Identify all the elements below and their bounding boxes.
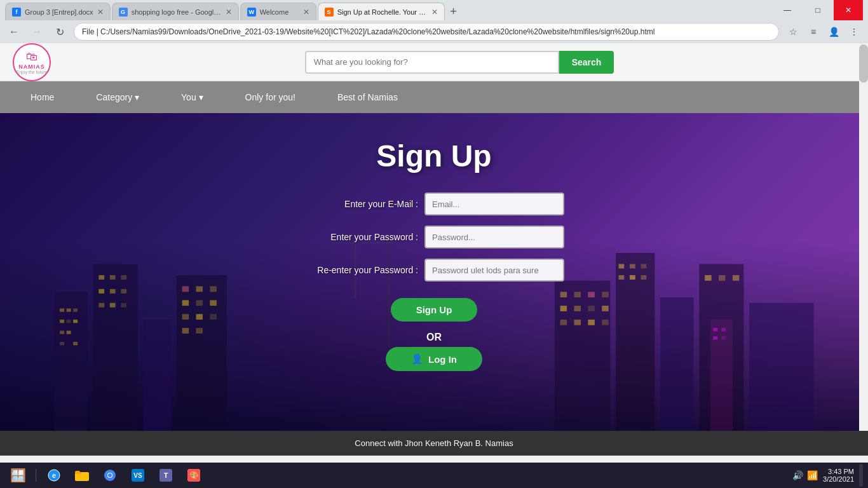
bookmark-button[interactable]: ☆: [784, 23, 802, 41]
account-button[interactable]: 👤: [825, 23, 843, 41]
browser-tab-tab4[interactable]: S Sign Up at Rochelle. Your own sh... ✕: [318, 3, 445, 20]
repassword-label: Re-enter your Password :: [304, 265, 418, 275]
nav-only-for-you[interactable]: Only for you!: [227, 87, 313, 107]
speaker-icon[interactable]: 🔊: [792, 470, 803, 480]
close-button[interactable]: ✕: [834, 0, 863, 20]
repassword-input[interactable]: [424, 259, 564, 281]
paint-taskbar-icon[interactable]: 🎨: [181, 464, 207, 487]
site-main: Sign Up Enter your E-Mail : Enter your P…: [0, 113, 868, 431]
browser-address-bar: ← → ↻ ☆ ≡ 👤 ⋮: [0, 20, 868, 43]
window-controls: — □ ✕: [773, 0, 863, 20]
tab-search-button[interactable]: ≡: [804, 23, 822, 41]
folder-taskbar-icon[interactable]: [69, 464, 95, 487]
nav-you[interactable]: You ▾: [163, 87, 221, 107]
email-label: Enter your E-Mail :: [304, 199, 418, 209]
taskbar-separator: [36, 469, 36, 482]
password-input[interactable]: [424, 226, 564, 248]
svg-rect-72: [75, 471, 80, 474]
maximize-button[interactable]: □: [803, 0, 832, 20]
browser-tab-tab2[interactable]: G shopping logo free - Google Sea... ✕: [112, 3, 239, 20]
password-row: Enter your Password :: [304, 226, 564, 248]
browser-title-bar: f Group 3 [Entrep].docx ✕ G shopping log…: [0, 0, 868, 20]
address-icons: ☆ ≡ 👤 ⋮: [784, 23, 863, 41]
password-label: Enter your Password :: [304, 232, 418, 242]
signup-form-container: Sign Up Enter your E-Mail : Enter your P…: [13, 139, 855, 371]
login-button[interactable]: 👤 Log In: [386, 347, 482, 371]
nav-category[interactable]: Category ▾: [78, 87, 157, 107]
svg-text:VS: VS: [133, 472, 142, 479]
scrollbar-track[interactable]: [859, 43, 868, 463]
site-header: 🛍 NAMIAS Enjoy the future Search: [0, 43, 868, 81]
svg-text:T: T: [164, 471, 168, 479]
search-input[interactable]: [305, 51, 559, 74]
logo-icon: 🛍: [26, 50, 37, 64]
taskbar: 🪟 e VS T 🎨 🔊 📶 3:43 PM 3/20/2021: [0, 463, 868, 488]
system-tray: 🔊 📶: [792, 470, 818, 480]
logo-area: 🛍 NAMIAS Enjoy the future: [13, 43, 51, 81]
svg-text:🎨: 🎨: [189, 470, 199, 480]
back-button[interactable]: ←: [5, 23, 23, 41]
repassword-row: Re-enter your Password :: [304, 259, 564, 281]
search-button[interactable]: Search: [559, 51, 614, 74]
logo-tagline: Enjoy the future: [16, 70, 47, 74]
person-icon: 👤: [411, 353, 423, 365]
address-input[interactable]: [74, 23, 779, 41]
email-row: Enter your E-Mail :: [304, 193, 564, 215]
browser-tab-tab1[interactable]: f Group 3 [Entrep].docx ✕: [5, 3, 111, 20]
new-tab-button[interactable]: +: [445, 3, 463, 20]
signup-button[interactable]: Sign Up: [391, 298, 478, 322]
site-navigation: Home Category ▾ You ▾ Only for you! Best…: [0, 81, 868, 113]
svg-text:e: e: [52, 471, 56, 479]
site-footer: Connect with Jhon Keneth Ryan B. Namias: [0, 431, 868, 456]
taskbar-time: 3:43 PM: [828, 468, 854, 475]
search-area: Search: [64, 51, 855, 74]
svg-point-75: [108, 473, 112, 477]
website-content: 🛍 NAMIAS Enjoy the future Search Home Ca…: [0, 43, 868, 463]
browser-tabs: f Group 3 [Entrep].docx ✕ G shopping log…: [5, 0, 773, 20]
signup-title: Sign Up: [376, 139, 491, 173]
footer-text: Connect with Jhon Keneth Ryan B. Namias: [355, 438, 513, 448]
nav-best-of-namias[interactable]: Best of Namias: [320, 87, 416, 107]
logo-text: NAMIAS: [18, 64, 45, 70]
menu-button[interactable]: ⋮: [845, 23, 863, 41]
scrollbar-thumb[interactable]: [859, 44, 868, 83]
teams-taskbar-icon[interactable]: T: [153, 464, 179, 487]
email-input[interactable]: [424, 193, 564, 215]
nav-home[interactable]: Home: [13, 87, 72, 107]
taskbar-right: 🔊 📶 3:43 PM 3/20/2021: [792, 464, 863, 487]
chrome-taskbar-icon[interactable]: [97, 464, 123, 487]
minimize-button[interactable]: —: [773, 0, 802, 20]
or-divider: OR: [426, 332, 442, 343]
network-icon[interactable]: 📶: [807, 470, 818, 480]
vscode-taskbar-icon[interactable]: VS: [125, 464, 151, 487]
start-button[interactable]: 🪟: [5, 464, 31, 487]
show-desktop-button[interactable]: [859, 464, 863, 487]
taskbar-date: 3/20/2021: [823, 475, 854, 483]
ie-taskbar-icon[interactable]: e: [41, 464, 67, 487]
logo: 🛍 NAMIAS Enjoy the future: [13, 43, 51, 81]
refresh-button[interactable]: ↻: [51, 23, 69, 41]
forward-button[interactable]: →: [28, 23, 46, 41]
login-button-label: Log In: [428, 354, 457, 365]
browser-tab-tab3[interactable]: W Welcome ✕: [240, 3, 316, 20]
